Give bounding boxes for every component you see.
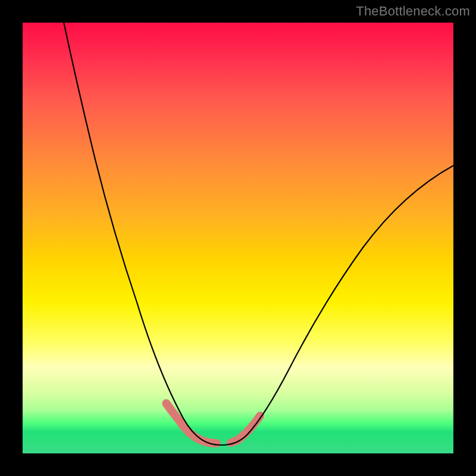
left-highlight-segment — [167, 403, 217, 443]
chart-frame: TheBottleneck.com — [0, 0, 476, 476]
plot-area — [23, 23, 453, 453]
right-highlight-segment — [231, 416, 260, 443]
highlight-group — [167, 403, 261, 443]
curve-svg — [23, 23, 453, 453]
watermark-text: TheBottleneck.com — [356, 4, 470, 19]
main-curve — [63, 23, 453, 445]
